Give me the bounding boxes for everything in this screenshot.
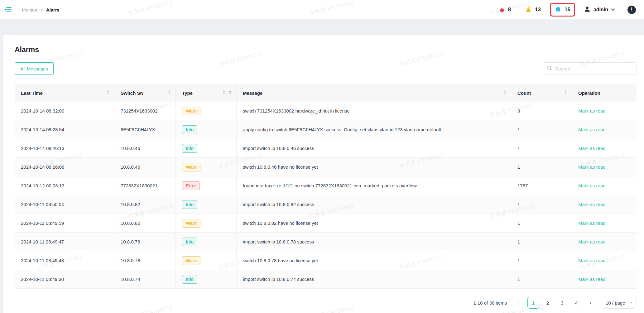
page-button-2[interactable]: 2 bbox=[542, 297, 554, 309]
table-row: 2024-10-11 08:49:3010.8.0.74Infoimport s… bbox=[15, 270, 637, 289]
mark-as-read-link[interactable]: Mark as read bbox=[578, 183, 606, 188]
cell-type: Error bbox=[176, 176, 237, 195]
table-row: 2024-10-11 08:49:4310.8.0.78Warnswitch 1… bbox=[15, 251, 637, 270]
cell-count: 1 bbox=[511, 158, 572, 176]
column-label: Switch SN bbox=[121, 90, 143, 96]
cell-type: Warn bbox=[176, 102, 237, 120]
page-size-value: 10 / page bbox=[606, 300, 625, 306]
cell-message: apply config to switch 6E5F8G0H4LYX succ… bbox=[237, 120, 511, 139]
breadcrumb-monitor[interactable]: Monitor bbox=[22, 7, 37, 12]
siren-counter[interactable]: 13 bbox=[520, 3, 545, 17]
cell-type: Info bbox=[176, 195, 237, 214]
chevron-down-icon bbox=[629, 301, 632, 305]
column-label: Message bbox=[243, 90, 262, 96]
column-label: Last Time bbox=[21, 90, 43, 96]
cell-operation: Mark as read bbox=[572, 233, 637, 251]
counter-value: 13 bbox=[535, 7, 541, 13]
chevron-down-icon bbox=[611, 7, 615, 12]
type-badge: Error bbox=[182, 181, 200, 190]
cell-message: switch 10.8.0.46 have no license yet bbox=[237, 158, 511, 176]
mark-as-read-link[interactable]: Mark as read bbox=[578, 239, 606, 244]
table-body: 2024-10-14 08:32:00731254X1633002Warnswi… bbox=[15, 102, 637, 289]
bell-counter[interactable]: 15 bbox=[550, 3, 575, 17]
cell-last-time: 2024-10-14 08:32:00 bbox=[15, 102, 114, 120]
column-header-switch-sn[interactable]: Switch SN bbox=[114, 84, 176, 102]
mark-as-read-link[interactable]: Mark as read bbox=[578, 164, 606, 170]
search-box bbox=[543, 62, 637, 75]
column-label: Operation bbox=[578, 90, 600, 96]
mark-as-read-link[interactable]: Mark as read bbox=[578, 277, 606, 282]
pagination-summary: 1-10 of 38 items bbox=[473, 300, 507, 306]
cell-count: 1787 bbox=[511, 176, 572, 195]
table-row: 2024-10-12 02:03:13772632X1830021Errorfo… bbox=[15, 176, 637, 195]
cell-last-time: 2024-10-14 08:26:13 bbox=[15, 139, 114, 157]
cell-operation: Mark as read bbox=[572, 102, 637, 120]
page-button-4[interactable]: 4 bbox=[570, 297, 582, 309]
sort-icon[interactable] bbox=[106, 90, 110, 96]
table-row: 2024-10-11 08:49:4710.8.0.78Infoimport s… bbox=[15, 233, 637, 251]
search-icon bbox=[547, 65, 552, 72]
cell-switch-sn: 10.8.0.78 bbox=[114, 251, 176, 270]
cell-type: Warn bbox=[176, 251, 237, 270]
flame-counter[interactable]: 8 bbox=[494, 3, 516, 17]
cell-message: import switch ip 10.8.0.46 success bbox=[237, 139, 511, 157]
sort-icon[interactable] bbox=[503, 90, 507, 96]
cell-last-time: 2024-10-12 02:03:13 bbox=[15, 176, 114, 195]
pagination-next-icon[interactable]: › bbox=[585, 297, 597, 309]
header-actions: 81315 admin ! bbox=[489, 3, 636, 17]
cell-type: Info bbox=[176, 270, 237, 288]
sort-icon[interactable] bbox=[168, 90, 171, 96]
table-header-row: Last TimeSwitch SNTypeMessageCountOperat… bbox=[15, 84, 637, 102]
type-badge: Info bbox=[182, 275, 197, 284]
pagination-prev-icon[interactable]: ‹ bbox=[513, 297, 525, 309]
column-header-message[interactable]: Message bbox=[237, 84, 511, 102]
cell-last-time: 2024-10-11 08:49:30 bbox=[15, 270, 114, 288]
type-badge: Warn bbox=[182, 163, 200, 171]
cell-switch-sn: 6E5F8G0H4LYX bbox=[114, 120, 176, 139]
mark-as-read-link[interactable]: Mark as read bbox=[578, 220, 606, 226]
page-title: Alarms bbox=[15, 46, 637, 54]
column-label: Count bbox=[517, 90, 531, 96]
mark-as-read-link[interactable]: Mark as read bbox=[578, 258, 606, 263]
menu-fold-icon[interactable] bbox=[4, 6, 12, 13]
cell-operation: Mark as read bbox=[572, 251, 637, 270]
counter-value: 8 bbox=[508, 7, 511, 13]
column-header-last-time[interactable]: Last Time bbox=[15, 84, 114, 102]
page-button-1[interactable]: 1 bbox=[527, 297, 539, 309]
cell-message: switch 731254X1633002 hardware_id not in… bbox=[237, 102, 511, 120]
type-badge: Info bbox=[182, 200, 197, 209]
top-header: Monitor > Alarm 81315 admin ! bbox=[0, 0, 644, 19]
cell-operation: Mark as read bbox=[572, 158, 637, 176]
cell-type: Info bbox=[176, 120, 237, 139]
siren-icon bbox=[525, 6, 532, 13]
sort-icon[interactable] bbox=[564, 90, 567, 96]
column-header-count[interactable]: Count bbox=[511, 84, 572, 102]
page-size-select[interactable]: 10 / page bbox=[602, 297, 637, 309]
mark-as-read-link[interactable]: Mark as read bbox=[578, 146, 606, 151]
filter-icon[interactable] bbox=[228, 90, 232, 96]
cell-operation: Mark as read bbox=[572, 195, 637, 214]
mark-as-read-link[interactable]: Mark as read bbox=[578, 202, 606, 207]
user-menu[interactable]: admin bbox=[584, 6, 615, 14]
cell-switch-sn: 10.8.0.46 bbox=[114, 139, 176, 157]
sort-icon[interactable] bbox=[222, 90, 226, 96]
cell-switch-sn: 731254X1633002 bbox=[114, 102, 176, 120]
flame-icon bbox=[498, 6, 505, 13]
alarms-card: Alarms All Messages Last TimeSwitch SNTy… bbox=[3, 35, 644, 313]
all-messages-button[interactable]: All Messages bbox=[15, 62, 54, 75]
page-button-3[interactable]: 3 bbox=[556, 297, 568, 309]
alert-exclamation-icon[interactable]: ! bbox=[627, 6, 636, 14]
table-row: 2024-10-14 08:26:0810.8.0.46Warnswitch 1… bbox=[15, 158, 637, 176]
search-input[interactable] bbox=[555, 66, 632, 71]
bell-icon bbox=[555, 6, 562, 13]
column-header-type[interactable]: Type bbox=[176, 84, 237, 102]
cell-last-time: 2024-10-11 08:49:59 bbox=[15, 214, 114, 232]
cell-message: import switch ip 10.8.0.78 success bbox=[237, 233, 511, 251]
user-name: admin bbox=[594, 7, 608, 12]
header-counters: 81315 bbox=[489, 3, 575, 17]
table-row: 2024-10-14 08:32:00731254X1633002Warnswi… bbox=[15, 102, 637, 120]
mark-as-read-link[interactable]: Mark as read bbox=[578, 127, 606, 132]
mark-as-read-link[interactable]: Mark as read bbox=[578, 108, 606, 113]
cell-count: 1 bbox=[511, 270, 572, 288]
breadcrumb-alarm: Alarm bbox=[46, 7, 60, 12]
